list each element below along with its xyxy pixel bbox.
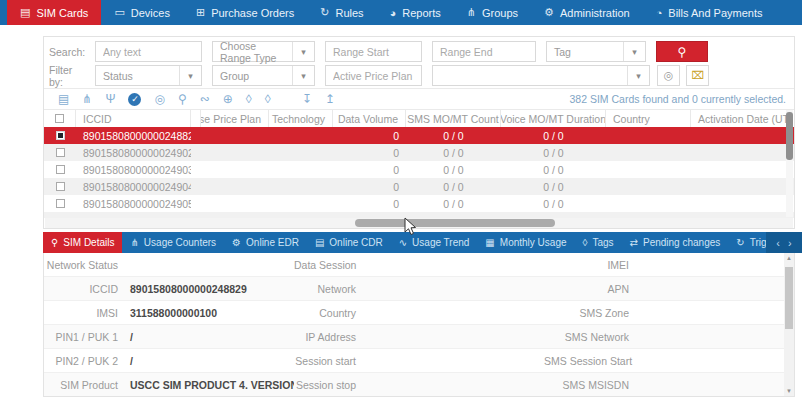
tab-tags[interactable]: ◊ Tags bbox=[575, 232, 622, 253]
cell-data-volume: 0 bbox=[333, 161, 406, 178]
check-circle-icon[interactable]: ✓ bbox=[128, 93, 141, 106]
table-row[interactable]: 89015808000000249025 0 0 / 0 0 / 0 bbox=[44, 144, 794, 161]
range-type-value: Choose Range Type bbox=[220, 40, 286, 64]
detail-label: APN bbox=[544, 283, 639, 295]
nav-item-groups[interactable]: ⋔ Groups bbox=[454, 0, 531, 25]
chevron-down-icon: ▾ bbox=[627, 66, 649, 85]
satellite-icon[interactable]: ◎ bbox=[154, 93, 164, 105]
sim-card-icon[interactable]: ▤ bbox=[58, 93, 69, 105]
nav-item-sim-cards[interactable]: ▤ SIM Cards bbox=[7, 0, 101, 25]
column-header-technology[interactable]: Technology bbox=[269, 110, 333, 127]
table-row[interactable]: 89015808000000249058 0 0 / 0 0 / 0 bbox=[44, 195, 794, 212]
extra-filter-select[interactable]: ▾ bbox=[432, 65, 650, 86]
sim-details-panel: Network Status Data Session IMEI ICCID 8… bbox=[43, 253, 795, 397]
status-select[interactable]: Status ▾ bbox=[95, 65, 202, 86]
horizontal-scrollbar[interactable] bbox=[45, 218, 793, 228]
detail-row: SIM Product USCC SIM PRODUCT 4. VERSION … bbox=[44, 373, 794, 397]
active-price-plan-input[interactable] bbox=[325, 65, 422, 86]
search-input[interactable] bbox=[95, 41, 202, 62]
key-icon[interactable]: ⚲ bbox=[178, 93, 187, 105]
scroll-up-arrow-icon[interactable]: ▲ bbox=[784, 253, 794, 263]
filter-row: Filter by: Status ▾ Group ▾ ▾ ◎ ⌧ bbox=[49, 65, 789, 86]
tab-scroll-prev-button[interactable]: ‹ bbox=[776, 237, 780, 249]
column-header-data-volume[interactable]: Data Volume bbox=[333, 110, 406, 127]
antenna-icon[interactable]: Ψ bbox=[105, 93, 115, 105]
nav-item-bills-and-payments[interactable]: ◔ Bills And Payments bbox=[643, 0, 776, 25]
sitemap-icon[interactable]: ⋔ bbox=[82, 93, 92, 105]
tag-outline-icon[interactable]: ◊ bbox=[265, 93, 271, 105]
horizontal-scrollbar-thumb[interactable] bbox=[355, 219, 555, 227]
nav-item-reports[interactable]: ◕ Reports bbox=[377, 0, 454, 25]
vertical-scrollbar[interactable] bbox=[786, 110, 793, 217]
nav-label: SIM Cards bbox=[36, 7, 88, 19]
range-type-select[interactable]: Choose Range Type ▾ bbox=[212, 41, 315, 62]
cell-activation-date bbox=[691, 127, 787, 144]
nav-item-rules[interactable]: ↻ Rules bbox=[307, 0, 376, 25]
cell-voice-duration: 0 / 0 bbox=[501, 178, 606, 195]
cell-sms-count: 0 / 0 bbox=[406, 178, 501, 195]
table-toolbar: ▤ ⋔ Ψ ✓ ◎ ⚲ ∾ ⊕ ◊ ◊ ↧ ↥ 382 SIM Cards fo… bbox=[44, 88, 794, 109]
table-row-selected[interactable]: 89015808000000248829 0 0 / 0 0 / 0 bbox=[44, 127, 794, 144]
nav-item-devices[interactable]: ▭ Devices bbox=[101, 0, 183, 25]
select-all-checkbox[interactable] bbox=[55, 114, 64, 123]
export-icon[interactable]: ↥ bbox=[325, 93, 335, 105]
column-header-base-price-plan[interactable]: Base Price Plan bbox=[201, 110, 269, 127]
import-icon[interactable]: ↧ bbox=[302, 93, 312, 105]
row-checkbox[interactable] bbox=[56, 148, 65, 157]
details-scrollbar-thumb[interactable] bbox=[785, 267, 793, 329]
tab-monthly-usage[interactable]: ▦ Monthly Usage bbox=[477, 232, 574, 253]
column-header-iccid[interactable]: ICCID bbox=[76, 110, 191, 127]
monitor-icon: ▭ bbox=[114, 6, 124, 19]
show-filters-button[interactable]: ◎ bbox=[657, 65, 680, 86]
magnifier-icon: ⚲ bbox=[51, 237, 58, 248]
group-select[interactable]: Group ▾ bbox=[212, 65, 315, 86]
eye-icon: ◎ bbox=[664, 69, 674, 82]
sim-add-icon[interactable]: ⊕ bbox=[223, 93, 233, 105]
nav-item-administration[interactable]: ⚙ Administration bbox=[531, 0, 643, 25]
table-row[interactable]: 89015808000000249041 0 0 / 0 0 / 0 bbox=[44, 178, 794, 195]
nav-label: Bills And Payments bbox=[668, 7, 762, 19]
tab-usage-trend[interactable]: ∿ Usage Trend bbox=[391, 232, 478, 253]
sim-swap-icon[interactable]: ∾ bbox=[200, 93, 210, 105]
detail-value-pin2: / bbox=[128, 355, 294, 367]
column-header-activation-date[interactable]: Activation Date (UTC) bbox=[691, 110, 787, 127]
nav-label: Administration bbox=[560, 7, 630, 19]
tab-scroll-next-button[interactable]: › bbox=[788, 237, 792, 249]
vertical-scrollbar-thumb[interactable] bbox=[786, 112, 793, 160]
table-header-row: ICCID Base Price Plan Technology Data Vo… bbox=[44, 109, 794, 127]
range-end-input[interactable] bbox=[432, 41, 536, 62]
detail-row: PIN2 / PUK 2 / Session start SMS Session… bbox=[44, 349, 794, 373]
tab-usage-counters[interactable]: ⋔ Usage Counters bbox=[122, 232, 224, 253]
table-row[interactable]: 89015808000000249033 0 0 / 0 0 / 0 bbox=[44, 161, 794, 178]
details-scrollbar[interactable]: ▲ ▼ bbox=[784, 253, 794, 396]
cell-sms-count: 0 / 0 bbox=[406, 144, 501, 161]
row-checkbox[interactable] bbox=[56, 182, 65, 191]
sim-card-icon: ▤ bbox=[20, 6, 30, 19]
sim-cards-panel: Search: Choose Range Type ▾ Tag ▾ ⚲ Filt… bbox=[43, 36, 795, 229]
status-value: Status bbox=[103, 70, 133, 82]
tag-select[interactable]: Tag ▾ bbox=[546, 41, 646, 62]
nav-item-purchase-orders[interactable]: ⊞ Purchase Orders bbox=[183, 0, 307, 25]
scroll-down-arrow-icon[interactable]: ▼ bbox=[784, 386, 794, 396]
detail-label: PIN2 / PUK 2 bbox=[44, 355, 128, 367]
nav-label: Reports bbox=[402, 7, 441, 19]
detail-label: IP Address bbox=[294, 331, 366, 343]
row-checkbox[interactable] bbox=[56, 199, 65, 208]
cell-base-price-plan bbox=[201, 127, 269, 144]
sim-cards-table: ICCID Base Price Plan Technology Data Vo… bbox=[44, 109, 794, 218]
tab-sim-details[interactable]: ⚲ SIM Details bbox=[43, 232, 122, 253]
tab-online-cdr[interactable]: ▤ Online CDR bbox=[307, 232, 391, 253]
chevron-down-icon: ▾ bbox=[623, 42, 645, 61]
row-checkbox[interactable] bbox=[56, 131, 65, 140]
column-header-sms-count[interactable]: SMS MO/MT Count bbox=[406, 110, 501, 127]
cell-voice-duration: 0 / 0 bbox=[501, 144, 606, 161]
column-header-voice-duration[interactable]: Voice MO/MT Duration bbox=[501, 110, 606, 127]
clear-filters-button[interactable]: ⌧ bbox=[686, 65, 709, 86]
search-button[interactable]: ⚲ bbox=[656, 41, 708, 62]
range-start-input[interactable] bbox=[325, 41, 422, 62]
tag-icon[interactable]: ◊ bbox=[246, 93, 252, 105]
tab-online-edr[interactable]: ⚙ Online EDR bbox=[224, 232, 307, 253]
tab-pending-changes[interactable]: ⇄ Pending changes bbox=[622, 232, 729, 253]
row-checkbox[interactable] bbox=[56, 165, 65, 174]
column-header-country[interactable]: Country bbox=[606, 110, 691, 127]
